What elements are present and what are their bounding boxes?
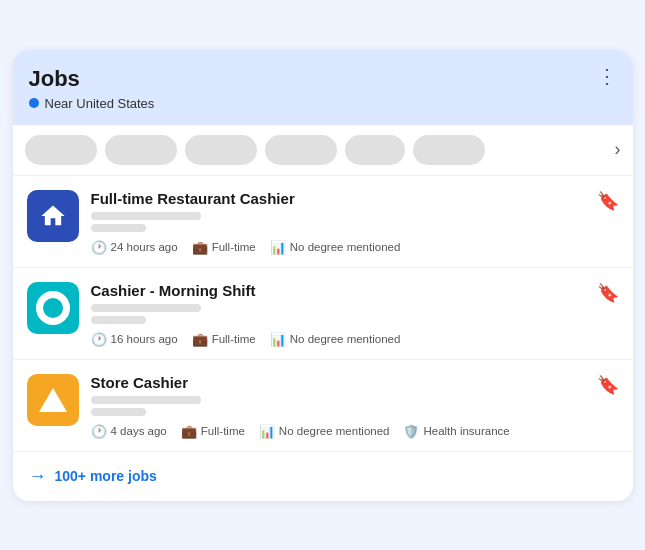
clock-icon-2: 🕐 — [91, 332, 107, 347]
location-text: Near United States — [45, 96, 155, 111]
degree-icon-2: 📊 — [270, 332, 286, 347]
filter-pill-3[interactable] — [185, 135, 257, 165]
page-title: Jobs — [29, 66, 80, 92]
clock-icon-1: 🕐 — [91, 240, 107, 255]
job-type-2: 💼 Full-time — [192, 332, 256, 347]
job-logo-3 — [27, 374, 79, 426]
job-title-3: Store Cashier — [91, 374, 619, 391]
job-type-1: 💼 Full-time — [192, 240, 256, 255]
jobs-header: Jobs ⋮ Near United States — [13, 50, 633, 125]
job-title-1: Full-time Restaurant Cashier — [91, 190, 619, 207]
job-time-1: 🕐 24 hours ago — [91, 240, 178, 255]
job-meta-2: 🕐 16 hours ago 💼 Full-time 📊 No degree m… — [91, 332, 619, 347]
bookmark-button-1[interactable]: 🔖 — [597, 190, 619, 212]
shield-icon-3: 🛡️ — [403, 424, 419, 439]
skeleton-location-3 — [91, 408, 146, 416]
degree-icon-1: 📊 — [270, 240, 286, 255]
job-degree-1: 📊 No degree mentioned — [270, 240, 401, 255]
table-row[interactable]: Full-time Restaurant Cashier 🕐 24 hours … — [13, 176, 633, 268]
briefcase-icon-1: 💼 — [192, 240, 208, 255]
filter-pill-5[interactable] — [345, 135, 405, 165]
job-type-3: 💼 Full-time — [181, 424, 245, 439]
more-jobs-row[interactable]: → 100+ more jobs — [13, 452, 633, 501]
job-meta-3: 🕐 4 days ago 💼 Full-time 📊 No degree men… — [91, 424, 619, 439]
bookmark-button-2[interactable]: 🔖 — [597, 282, 619, 304]
briefcase-icon-2: 💼 — [192, 332, 208, 347]
filter-pill-6[interactable] — [413, 135, 485, 165]
filter-scroll-right-icon[interactable]: › — [615, 139, 621, 160]
job-list: Full-time Restaurant Cashier 🕐 24 hours … — [13, 176, 633, 452]
skeleton-company-3 — [91, 396, 201, 404]
job-degree-2: 📊 No degree mentioned — [270, 332, 401, 347]
job-benefit-3: 🛡️ Health insurance — [403, 424, 509, 439]
job-content-2: Cashier - Morning Shift 🕐 16 hours ago 💼… — [91, 282, 619, 347]
more-options-icon[interactable]: ⋮ — [597, 66, 617, 86]
skeleton-company-1 — [91, 212, 201, 220]
jobs-card: Jobs ⋮ Near United States › Full-time Re… — [13, 50, 633, 501]
skeleton-company-2 — [91, 304, 201, 312]
skeleton-location-2 — [91, 316, 146, 324]
job-content-3: Store Cashier 🕐 4 days ago 💼 Full-time 📊… — [91, 374, 619, 439]
job-degree-3: 📊 No degree mentioned — [259, 424, 390, 439]
filter-pill-1[interactable] — [25, 135, 97, 165]
job-logo-1 — [27, 190, 79, 242]
skeleton-location-1 — [91, 224, 146, 232]
job-title-2: Cashier - Morning Shift — [91, 282, 619, 299]
filter-row: › — [13, 125, 633, 176]
filter-pill-2[interactable] — [105, 135, 177, 165]
more-jobs-arrow-icon: → — [29, 466, 47, 487]
bookmark-button-3[interactable]: 🔖 — [597, 374, 619, 396]
clock-icon-3: 🕐 — [91, 424, 107, 439]
more-jobs-label: 100+ more jobs — [55, 468, 157, 484]
filter-pill-4[interactable] — [265, 135, 337, 165]
job-meta-1: 🕐 24 hours ago 💼 Full-time 📊 No degree m… — [91, 240, 619, 255]
donut-icon-2 — [36, 291, 70, 325]
briefcase-icon-3: 💼 — [181, 424, 197, 439]
degree-icon-3: 📊 — [259, 424, 275, 439]
table-row[interactable]: Store Cashier 🕐 4 days ago 💼 Full-time 📊… — [13, 360, 633, 452]
table-row[interactable]: Cashier - Morning Shift 🕐 16 hours ago 💼… — [13, 268, 633, 360]
triangle-icon-3 — [39, 388, 67, 412]
job-logo-2 — [27, 282, 79, 334]
job-time-2: 🕐 16 hours ago — [91, 332, 178, 347]
job-time-3: 🕐 4 days ago — [91, 424, 167, 439]
job-content-1: Full-time Restaurant Cashier 🕐 24 hours … — [91, 190, 619, 255]
location-dot-icon — [29, 98, 39, 108]
